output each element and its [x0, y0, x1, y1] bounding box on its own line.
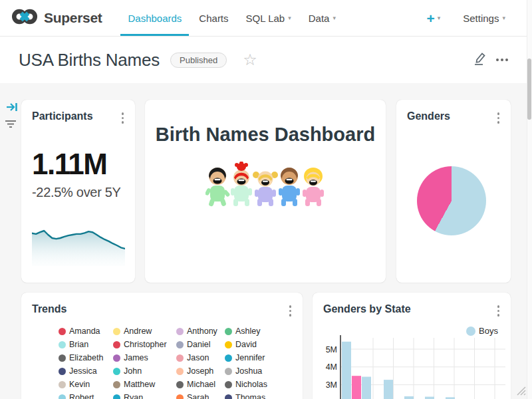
kebab-menu-icon[interactable] [287, 303, 294, 319]
legend-dot [113, 341, 120, 348]
legend-name: John [124, 366, 142, 376]
vertical-scrollbar-thumb[interactable] [527, 59, 531, 120]
legend-name: Christopher [124, 340, 167, 349]
legend-item[interactable]: Jason [176, 351, 225, 364]
trendline-chart [32, 227, 125, 266]
markdown-card: Birth Names Dashboard [145, 100, 386, 283]
legend-item[interactable]: Nicholas [225, 378, 289, 391]
nav-data[interactable]: Data ▾ [300, 0, 344, 36]
children-illustration [205, 162, 325, 211]
legend-dot [176, 354, 184, 362]
top-navbar: Superset Dashboards Charts SQL Lab ▾ Dat… [0, 0, 532, 37]
legend-item[interactable]: John [113, 364, 176, 378]
settings-menu[interactable]: Settings ▾ [463, 13, 505, 24]
chevron-down-icon: ▾ [288, 15, 291, 21]
legend-dot [225, 368, 232, 375]
card-title: Participants [32, 110, 93, 122]
legend-item[interactable]: Jennifer [225, 351, 289, 364]
nav-dashboards[interactable]: Dashboards [119, 0, 190, 36]
trends-card: Trends AmandaAndrewAnthonyAshleyBrianChr… [21, 293, 303, 399]
nav-sql-lab[interactable]: SQL Lab ▾ [237, 0, 300, 36]
legend-dot [59, 381, 66, 388]
dashboard-header: USA Births Names Published ☆ [0, 37, 532, 83]
bar-boys[interactable] [342, 342, 351, 399]
bar-boys[interactable] [362, 377, 371, 399]
legend-item[interactable]: David [225, 338, 289, 351]
legend-dot [225, 394, 232, 399]
card-title: Genders [407, 110, 450, 122]
expand-filter-bar-icon[interactable] [6, 101, 18, 116]
legend-item[interactable]: Joseph [176, 364, 225, 378]
svg-text:5M: 5M [326, 345, 337, 354]
legend-item[interactable]: Kevin [59, 378, 113, 391]
chevron-down-icon: ▾ [332, 15, 336, 21]
legend-item[interactable]: Elizabeth [59, 351, 113, 364]
legend-name: Amanda [69, 327, 100, 336]
legend-name: Thomas [235, 393, 265, 399]
edit-pencil-icon[interactable] [473, 51, 487, 68]
legend-item[interactable]: Ashley [225, 325, 289, 338]
legend-dot [225, 354, 232, 362]
legend-item[interactable]: Anthony [176, 325, 225, 338]
vertical-scrollbar-track[interactable] [527, 0, 532, 399]
bar-boys[interactable] [425, 397, 434, 399]
legend-dot [113, 354, 120, 362]
legend-name: Andrew [124, 327, 152, 336]
brand-name: Superset [44, 10, 102, 26]
markdown-heading: Birth Names Dashboard [145, 124, 386, 146]
new-item-button[interactable]: + ▾ [426, 11, 440, 25]
legend-item[interactable]: Christopher [113, 338, 176, 351]
legend-name: Jessica [69, 366, 97, 376]
legend-name: Robert [69, 393, 94, 399]
legend-name: Jennifer [235, 353, 265, 362]
filter-icon[interactable] [5, 120, 17, 132]
legend-item[interactable]: Michael [176, 378, 225, 391]
bar-girls[interactable] [352, 376, 361, 399]
legend-item[interactable]: Joshua [225, 364, 289, 378]
nav-right: + ▾ Settings ▾ [426, 0, 505, 36]
superset-logo-icon [11, 7, 39, 29]
legend-dot [113, 368, 120, 375]
status-badge[interactable]: Published [170, 53, 227, 68]
legend-dot [225, 341, 232, 348]
legend-item[interactable]: Jessica [59, 364, 113, 378]
legend-item[interactable]: Brian [59, 338, 113, 351]
more-actions-icon[interactable] [496, 59, 508, 61]
legend-name: Sarah [187, 393, 209, 399]
chevron-down-icon: ▾ [502, 15, 505, 21]
legend-dot [176, 368, 184, 375]
participants-card: Participants 1.11M -22.5% over 5Y [21, 100, 135, 283]
legend-dot [59, 354, 66, 362]
legend-item[interactable]: Andrew [113, 325, 176, 338]
legend-item[interactable]: Ryan [113, 391, 176, 399]
card-title: Trends [32, 303, 66, 315]
legend-name: Michael [187, 380, 215, 389]
legend-item[interactable]: Thomas [225, 391, 289, 399]
superset-brand[interactable]: Superset [11, 0, 102, 36]
svg-text:3M: 3M [326, 380, 337, 390]
big-number-value: 1.11M [32, 150, 135, 179]
legend-dot [225, 328, 232, 335]
legend-name: Matthew [124, 380, 155, 389]
bar-boys[interactable] [404, 396, 414, 399]
legend-item[interactable]: Amanda [59, 325, 113, 338]
legend-name: Daniel [187, 340, 210, 349]
legend-name: James [124, 353, 148, 362]
resize-handle-icon[interactable] [514, 384, 526, 398]
legend-name: Anthony [187, 327, 217, 336]
genders-by-state-bar-chart[interactable]: 5M4M3M [313, 293, 511, 399]
genders-card: Genders [396, 100, 511, 283]
kebab-menu-icon[interactable] [120, 110, 126, 126]
favorite-star-icon[interactable]: ☆ [243, 52, 257, 68]
legend-name: David [235, 340, 257, 349]
kebab-menu-icon[interactable] [495, 110, 502, 126]
nav-charts[interactable]: Charts [190, 0, 237, 36]
legend-item[interactable]: Robert [59, 391, 113, 399]
legend-item[interactable]: Daniel [176, 338, 225, 351]
genders-pie-chart[interactable] [417, 166, 486, 235]
legend-dot [225, 381, 232, 388]
legend-item[interactable]: James [113, 351, 176, 364]
legend-item[interactable]: Matthew [113, 378, 176, 391]
legend-item[interactable]: Sarah [176, 391, 225, 399]
bar-boys[interactable] [384, 380, 393, 399]
